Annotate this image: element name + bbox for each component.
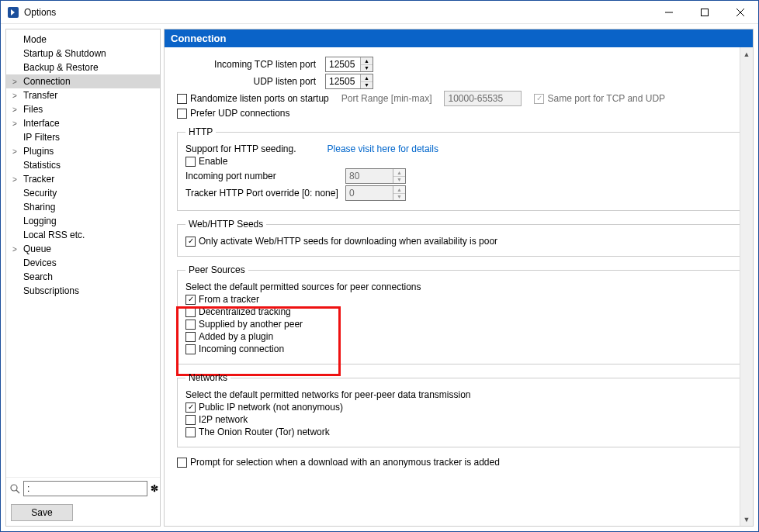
checkbox-icon [185,332,196,342]
sidebar-item-ip-filters[interactable]: IP Filters [6,130,160,144]
checkbox-icon [185,320,196,330]
spin-down-icon: ▼ [393,177,405,184]
filter-input[interactable] [23,481,147,496]
webseeds-only-checkbox[interactable]: ✓Only activate Web/HTTP seeds for downlo… [185,236,497,247]
maximize-button[interactable] [687,1,723,24]
network-label: Public IP network (not anonymous) [199,402,343,413]
sidebar-item-label: Security [22,188,58,199]
http-details-link[interactable]: Please visit here for details [328,143,438,154]
sidebar-item-label: Startup & Shutdown [22,48,108,59]
sidebar-item-label: Logging [22,216,58,226]
peer-source-checkbox[interactable]: Decentralized tracking [185,306,291,317]
peer-source-checkbox[interactable]: ✓From a tracker [185,294,259,305]
sidebar: ModeStartup & ShutdownBackup & Restore>C… [5,29,161,527]
sidebar-item-devices[interactable]: Devices [6,256,160,270]
sidebar-item-transfer[interactable]: >Transfer [6,88,160,102]
peer-sources-group: Peer Sources Select the default permitte… [177,264,740,364]
titlebar: Options [1,1,758,24]
sidebar-item-label: Mode [22,34,48,45]
network-checkbox[interactable]: The Onion Router (Tor) network [185,427,330,437]
tcp-port-label: Incoming TCP listen port [177,59,321,70]
expand-icon[interactable]: > [12,175,22,184]
tcp-port-input[interactable]: ▲▼ [325,57,373,72]
peer-source-label: Supplied by another peer [199,319,303,330]
peer-source-label: Incoming connection [199,344,284,354]
same-port-checkbox: ✓Same port for TCP and UDP [534,93,665,104]
tcp-port-field[interactable] [326,57,360,71]
save-button[interactable]: Save [11,504,73,521]
checkbox-icon: ✓ [185,295,196,305]
http-port-label: Incoming port number [185,171,341,181]
networks-desc: Select the default permitted networks fo… [185,389,471,400]
scrollbar[interactable]: ▲ ▼ [740,47,753,526]
sidebar-item-files[interactable]: >Files [6,102,160,116]
prefer-udp-checkbox[interactable]: Prefer UDP connections [177,108,290,119]
spin-up-icon: ▲ [393,186,405,194]
peer-sources-desc: Select the default permitted sources for… [185,282,421,292]
http-enable-label: Enable [199,156,227,167]
clear-filter-icon[interactable]: ✼ [151,483,158,494]
spin-down-icon[interactable]: ▼ [361,65,373,72]
peer-source-label: From a tracker [199,294,259,305]
peer-source-checkbox[interactable]: Supplied by another peer [185,319,303,330]
sidebar-item-backup-restore[interactable]: Backup & Restore [6,60,160,74]
sidebar-item-label: Statistics [22,160,62,171]
udp-port-input[interactable]: ▲▼ [325,74,373,89]
sidebar-item-label: Queue [22,244,53,254]
sidebar-item-interface[interactable]: >Interface [6,116,160,130]
http-override-field [346,186,393,200]
sidebar-item-subscriptions[interactable]: Subscriptions [6,284,160,298]
expand-icon[interactable]: > [12,245,22,254]
networks-group: Networks Select the default permitted ne… [177,372,740,447]
peer-sources-legend: Peer Sources [185,264,248,275]
network-checkbox[interactable]: I2P network [185,414,248,425]
http-group: HTTP Support for HTTP seeding. Please vi… [177,126,740,211]
sidebar-item-mode[interactable]: Mode [6,33,160,47]
network-checkbox[interactable]: ✓Public IP network (not anonymous) [185,402,343,413]
port-range-label: Port Range [min-max] [341,93,432,104]
expand-icon[interactable]: > [12,78,22,86]
sidebar-item-security[interactable]: Security [6,186,160,200]
expand-icon[interactable]: > [12,92,22,100]
webseeds-only-label: Only activate Web/HTTP seeds for downloa… [199,236,497,247]
svg-point-5 [11,485,17,491]
app-icon [7,6,19,19]
sidebar-item-local-rss-etc-[interactable]: Local RSS etc. [6,228,160,242]
expand-icon[interactable]: > [12,147,22,156]
scroll-down-icon[interactable]: ▼ [740,513,753,526]
sidebar-item-plugins[interactable]: >Plugins [6,144,160,158]
sidebar-item-connection[interactable]: >Connection [6,74,160,88]
spin-down-icon: ▼ [393,194,405,201]
minimize-button[interactable] [651,1,687,24]
sidebar-item-label: Files [22,104,44,115]
scroll-up-icon[interactable]: ▲ [740,47,753,60]
sidebar-item-label: Transfer [22,90,59,101]
sidebar-item-logging[interactable]: Logging [6,214,160,228]
close-button[interactable] [723,1,758,24]
sidebar-item-sharing[interactable]: Sharing [6,200,160,214]
sidebar-item-statistics[interactable]: Statistics [6,158,160,172]
http-port-input: ▲▼ [345,168,406,184]
spin-up-icon[interactable]: ▲ [361,57,373,65]
spin-up-icon[interactable]: ▲ [361,74,373,82]
sidebar-item-label: Plugins [22,146,55,157]
udp-port-field[interactable] [326,74,360,88]
network-label: I2P network [199,414,248,425]
sidebar-item-tracker[interactable]: >Tracker [6,172,160,186]
peer-source-checkbox[interactable]: Incoming connection [185,344,284,354]
spin-up-icon: ▲ [393,169,405,177]
sidebar-item-search[interactable]: Search [6,270,160,284]
expand-icon[interactable]: > [12,105,22,114]
spin-down-icon[interactable]: ▼ [361,82,373,89]
scroll-track[interactable] [740,60,753,513]
sidebar-item-label: Sharing [22,202,57,212]
peer-source-checkbox[interactable]: Added by a plugin [185,331,273,342]
http-enable-checkbox[interactable]: Enable [185,156,227,167]
expand-icon[interactable]: > [12,119,22,128]
randomize-checkbox[interactable]: Randomize listen ports on startup [177,93,329,104]
http-port-field [346,169,393,183]
prompt-anon-checkbox[interactable]: Prompt for selection when a download wit… [177,457,500,468]
sidebar-item-startup-shutdown[interactable]: Startup & Shutdown [6,47,160,60]
sidebar-item-label: Backup & Restore [22,62,100,73]
sidebar-item-queue[interactable]: >Queue [6,242,160,256]
